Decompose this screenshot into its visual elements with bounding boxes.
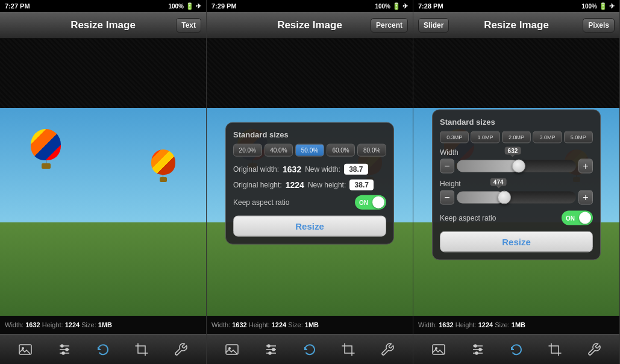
battery-icon-2: 🔋 bbox=[392, 2, 401, 10]
refresh-icon-1[interactable] bbox=[93, 340, 113, 359]
height-plus-btn[interactable]: + bbox=[578, 190, 593, 205]
width-plus-btn[interactable]: + bbox=[578, 159, 593, 174]
width-minus-btn[interactable]: − bbox=[440, 159, 454, 174]
photos-icon-1[interactable] bbox=[16, 340, 35, 359]
slider-sizes-3: 0.3MP 1.0MP 2.0MP 3.0MP 5.0MP bbox=[440, 131, 593, 143]
tools-icon-2[interactable] bbox=[378, 340, 397, 359]
balloon-rope-1 bbox=[46, 160, 46, 163]
size-value-2: 1MB bbox=[305, 321, 319, 328]
crop-icon-1[interactable] bbox=[132, 340, 151, 359]
size-buttons-2: 20.0% 40.0% 50.0% 60.0% 80.0% bbox=[233, 144, 386, 157]
height-bubble: 474 bbox=[490, 178, 507, 186]
size-btn-50[interactable]: 50.0% bbox=[295, 144, 324, 157]
resize-btn-2[interactable]: Resize bbox=[233, 216, 386, 237]
refresh-icon-3[interactable] bbox=[507, 340, 526, 359]
balloon-basket-1 bbox=[42, 163, 51, 169]
orig-height-label-2: Original height: bbox=[233, 181, 282, 189]
content-3: Standard sizes 0.3MP 1.0MP 2.0MP 3.0MP 5… bbox=[413, 39, 619, 316]
photos-icon-2[interactable] bbox=[222, 340, 242, 359]
size-btn-60[interactable]: 60.0% bbox=[327, 144, 355, 157]
toolbar-1 bbox=[0, 334, 206, 364]
bottom-status-3: Width: 1632 Height: 1224 Size: 1MB bbox=[413, 316, 619, 334]
nav-bar-3: Slider Resize Image Pixels bbox=[413, 12, 619, 39]
size-btn-40[interactable]: 40.0% bbox=[265, 144, 293, 157]
crop-icon-3[interactable] bbox=[545, 340, 565, 359]
mp-btn-50[interactable]: 5.0MP bbox=[564, 131, 593, 143]
width-slider-row: Width − 632 + bbox=[440, 148, 593, 174]
aspect-label-2: Keep aspect ratio bbox=[233, 198, 355, 207]
height-value-1: 1224 bbox=[65, 321, 80, 328]
mp-btn-30[interactable]: 3.0MP bbox=[533, 131, 562, 143]
percent-button[interactable]: Percent bbox=[371, 18, 408, 33]
orig-width-label-2: Original width: bbox=[233, 165, 279, 174]
resize-panel-title-2: Standard sizes bbox=[233, 130, 386, 139]
height-slider-label: Height bbox=[440, 180, 593, 188]
svg-point-7 bbox=[62, 352, 64, 354]
toggle-knob-3 bbox=[579, 212, 591, 224]
resize-panel-3: Standard sizes 0.3MP 1.0MP 2.0MP 3.0MP 5… bbox=[432, 110, 601, 260]
size-label-1: Size: bbox=[81, 321, 96, 328]
height-slider-control: − 474 + bbox=[440, 190, 593, 205]
new-width-val-2: 38.7 bbox=[344, 164, 368, 175]
time-1: 7:27 PM bbox=[5, 2, 30, 10]
aspect-row-3: Keep aspect ratio ON bbox=[440, 211, 593, 225]
refresh-icon-2[interactable] bbox=[300, 340, 319, 359]
height-value-2: 1224 bbox=[272, 321, 286, 328]
width-label-3: Width: bbox=[418, 321, 437, 328]
pixels-button[interactable]: Pixels bbox=[583, 18, 615, 33]
mp-btn-20[interactable]: 2.0MP bbox=[502, 131, 531, 143]
width-slider-fill bbox=[457, 160, 519, 172]
balloon-basket-2 bbox=[160, 177, 167, 182]
resize-panel-title-3: Standard sizes bbox=[440, 118, 593, 127]
battery-icon-1: 🔋 bbox=[186, 2, 194, 10]
balloon1-1 bbox=[31, 129, 61, 168]
toolbar-2 bbox=[207, 334, 413, 364]
photos-icon-3[interactable] bbox=[429, 340, 448, 359]
status-icons-3: 100% 🔋 ✈ bbox=[581, 2, 615, 10]
text-button-1[interactable]: Text bbox=[176, 18, 201, 33]
tools-icon-3[interactable] bbox=[584, 340, 604, 359]
resize-panel-2: Standard sizes 20.0% 40.0% 50.0% 60.0% 8… bbox=[225, 122, 394, 245]
svg-point-22 bbox=[479, 348, 481, 351]
new-height-label-2: New height: bbox=[308, 181, 346, 189]
mp-btn-10[interactable]: 1.0MP bbox=[471, 131, 499, 143]
nav-bar-2: Resize Image Percent bbox=[207, 12, 413, 39]
size-label-2: Size: bbox=[288, 321, 302, 328]
nav-title-2: Resize Image bbox=[277, 19, 342, 31]
height-label-1: Height: bbox=[42, 321, 63, 328]
sliders-icon-3[interactable] bbox=[468, 340, 487, 359]
crop-icon-2[interactable] bbox=[339, 340, 358, 359]
slider-button[interactable]: Slider bbox=[418, 18, 449, 33]
time-3: 7:28 PM bbox=[418, 2, 443, 10]
panel-2: 7:29 PM 100% 🔋 ✈ Resize Image Percent bbox=[207, 0, 413, 364]
ground-1 bbox=[0, 222, 206, 316]
orig-height-val-2: 1224 bbox=[286, 180, 304, 190]
balloon-envelope-1 bbox=[31, 129, 61, 160]
size-btn-80[interactable]: 80.0% bbox=[357, 144, 386, 157]
width-slider-control: − 632 + bbox=[440, 159, 593, 174]
status-bar-2: 7:29 PM 100% 🔋 ✈ bbox=[207, 0, 413, 12]
width-slider-track[interactable]: 632 bbox=[457, 160, 576, 172]
size-btn-20[interactable]: 20.0% bbox=[233, 144, 262, 157]
nav-title-1: Resize Image bbox=[70, 19, 136, 31]
sliders-icon-2[interactable] bbox=[261, 340, 281, 359]
svg-point-15 bbox=[269, 352, 271, 354]
height-slider-track[interactable]: 474 bbox=[457, 192, 576, 204]
width-label-1: Width: bbox=[5, 321, 23, 328]
mp-btn-03[interactable]: 0.3MP bbox=[440, 131, 469, 143]
aspect-row-2: Keep aspect ratio ON bbox=[233, 195, 386, 210]
height-row-2: Original height: 1224 New height: 38.7 bbox=[233, 180, 386, 190]
height-minus-btn[interactable]: − bbox=[440, 190, 454, 205]
width-slider-thumb[interactable]: 632 bbox=[512, 160, 525, 173]
nav-bar-1: Resize Image Text bbox=[0, 12, 206, 39]
width-label-2: Width: bbox=[211, 321, 230, 328]
size-value-1: 1MB bbox=[98, 321, 112, 328]
aspect-toggle-2[interactable]: ON bbox=[355, 195, 386, 210]
resize-btn-3[interactable]: Resize bbox=[440, 231, 593, 253]
sliders-icon-1[interactable] bbox=[55, 340, 74, 359]
aspect-toggle-3[interactable]: ON bbox=[562, 211, 593, 225]
height-label-2: Height: bbox=[249, 321, 270, 328]
tools-icon-1[interactable] bbox=[171, 340, 190, 359]
height-slider-thumb[interactable]: 474 bbox=[498, 191, 511, 204]
orig-width-val-2: 1632 bbox=[283, 165, 301, 174]
